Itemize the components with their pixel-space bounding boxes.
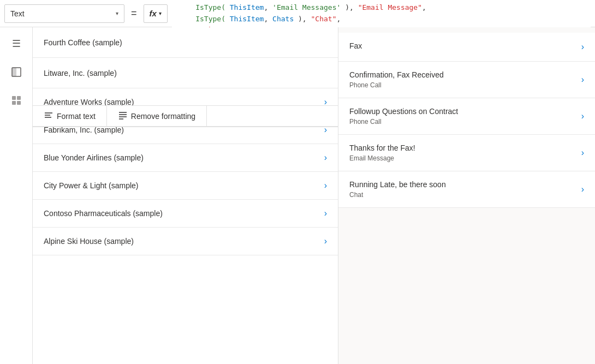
detail-item-content: Followup Questions on Contract Phone Cal… [349,107,575,126]
list-item[interactable]: Blue Yonder Airlines (sample) › [33,144,338,172]
remove-formatting-label: Remove formatting [131,112,195,121]
list-item-label: Blue Yonder Airlines (sample) [44,153,144,162]
field-selector-label: Text [10,9,111,18]
sidebar-icon-layers[interactable] [7,62,26,82]
fx-label: fx [150,9,157,18]
detail-items-container: Fax › Confirmation, Fax Received Phone C… [338,27,595,208]
detail-item-title: Fax [349,41,575,50]
details-panel: Fax › Confirmation, Fax Received Phone C… [338,27,595,364]
sidebar-icons: ☰ [0,27,33,364]
format-text-icon [44,110,53,122]
svg-rect-3 [17,96,21,100]
fx-chevron-icon: ▾ [159,10,162,16]
detail-item-chevron-icon: › [581,111,584,121]
list-item[interactable]: Alpine Ski House (sample) › [33,228,338,255]
format-text-button[interactable]: Format text [33,106,107,126]
detail-item-chevron-icon: › [581,75,584,85]
remove-formatting-button[interactable]: Remove formatting [107,106,207,126]
list-item-label: Litware, Inc. (sample) [44,69,117,77]
detail-item-subtitle: Email Message [349,154,575,162]
list-item-label: Contoso Pharmaceuticals (sample) [44,209,163,218]
list-item-chevron-icon: › [324,208,327,218]
detail-item-subtitle: Chat [349,191,575,199]
svg-rect-4 [12,101,16,105]
format-text-label: Format text [57,112,96,121]
list-item-chevron-icon: › [324,236,327,246]
detail-item[interactable]: Followup Questions on Contract Phone Cal… [338,98,595,135]
detail-item-content: Running Late, be there soon Chat [349,180,575,199]
list-item-label: Alpine Ski House (sample) [44,237,134,246]
list-item[interactable]: Litware, Inc. (sample) [33,58,338,88]
detail-item[interactable]: Running Late, be there soon Chat › [338,171,595,208]
detail-item[interactable]: Thanks for the Fax! Email Message › [338,135,595,171]
detail-item-chevron-icon: › [581,148,584,158]
svg-rect-5 [17,101,21,105]
list-item-chevron-icon: › [324,181,327,190]
detail-item-chevron-icon: › [581,184,584,194]
detail-item-content: Fax [349,41,575,52]
detail-item-subtitle: Phone Call [349,118,575,126]
remove-formatting-icon [118,110,128,122]
format-toolbar: Format text Remove formatting [33,105,338,127]
detail-item-title: Confirmation, Fax Received [349,70,575,79]
list-item-chevron-icon: › [324,153,327,163]
list-item-label: Fourth Coffee (sample) [44,38,122,47]
content-area: Format text Remove formatting [33,27,595,364]
main-area: ☰ [0,27,595,364]
sidebar-icon-menu[interactable]: ☰ [7,34,26,53]
list-panel: Format text Remove formatting [33,27,338,364]
top-bar: Text ▾ = fx ▾ If( IsType( ThisItem, Faxe… [0,0,595,27]
fx-button[interactable]: fx ▾ [144,4,168,23]
detail-item-title: Running Late, be there soon [349,180,575,189]
list-items-container: Fourth Coffee (sample) Litware, Inc. (sa… [33,27,338,255]
chevron-down-icon: ▾ [116,10,118,16]
detail-item[interactable]: Fax › [338,33,595,62]
list-item[interactable]: Fourth Coffee (sample) [33,27,338,58]
detail-item[interactable]: Confirmation, Fax Received Phone Call › [338,62,595,98]
detail-item-title: Followup Questions on Contract [349,107,575,116]
list-item[interactable]: City Power & Light (sample) › [33,172,338,200]
sidebar-icon-grid[interactable] [7,91,26,110]
detail-item-subtitle: Phone Call [349,81,575,89]
list-item[interactable]: Contoso Pharmaceuticals (sample) › [33,200,338,228]
equals-sign: = [129,8,139,19]
detail-item-chevron-icon: › [581,42,584,52]
detail-item-title: Thanks for the Fax! [349,144,575,152]
detail-item-content: Thanks for the Fax! Email Message [349,144,575,162]
svg-rect-1 [12,68,16,76]
detail-item-content: Confirmation, Fax Received Phone Call [349,70,575,89]
field-selector[interactable]: Text ▾ [4,4,124,23]
svg-rect-2 [12,96,16,100]
list-item-label: City Power & Light (sample) [44,181,139,190]
